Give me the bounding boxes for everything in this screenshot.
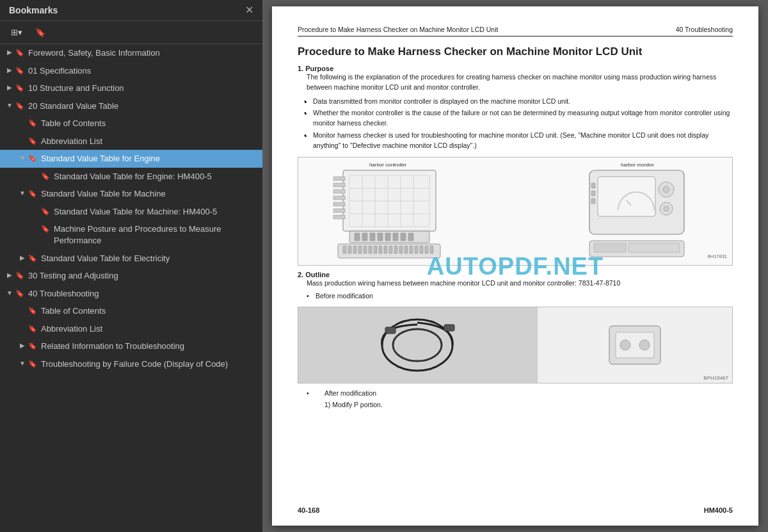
close-icon[interactable]: ✕ [245,5,253,15]
sidebar-item-40-trouble[interactable]: ▼🔖40 Troubleshooting [0,285,262,303]
sidebar-item-20-engine-hm[interactable]: 🔖Standard Value Table for Engine: HM400-… [0,168,262,186]
page-header-right: 40 Troubleshooting [676,26,733,33]
bullet-item: Monitor harness checker is used for trou… [313,131,733,151]
sidebar: Bookmarks ✕ ⊞▾ 🔖 ▶🔖Foreword, Safety, Bas… [0,0,262,532]
svg-rect-24 [393,233,398,241]
toggle-icon[interactable]: ▶ [18,254,27,262]
svg-rect-49 [379,246,382,254]
svg-rect-21 [370,233,375,241]
sidebar-item-label: Machine Posture and Procedures to Measur… [54,223,257,246]
svg-text:8H17831: 8H17831 [708,254,727,259]
bookmark-icon: 🔖 [41,224,50,234]
sidebar-item-40-failure[interactable]: ▼🔖Troubleshooting by Failure Code (Displ… [0,355,262,373]
bookmark-icon: 🔖 [28,359,37,369]
sidebar-item-20-abbr[interactable]: 🔖Abbreviation List [0,133,262,150]
sidebar-item-label: Abbreviation List [41,136,257,147]
bookmark-icon: 🔖 [28,341,37,351]
sidebar-item-label: Standard Value Table for Machine [41,188,257,200]
grid-view-button[interactable]: ⊞▾ [6,25,27,40]
bookmark-icon: 🔖 [41,172,50,181]
toggle-icon[interactable]: ▶ [5,271,14,280]
toggle-icon[interactable]: ▼ [18,359,27,368]
section-1: 1. Purpose The following is the explanat… [298,65,733,150]
sidebar-item-label: 01 Specifications [28,65,257,77]
toggle-icon[interactable]: ▶ [5,66,14,75]
bookmark-search-button[interactable]: 🔖 [31,25,50,40]
svg-rect-8 [333,215,345,219]
svg-rect-29 [598,177,655,216]
sidebar-item-40-abbr[interactable]: 🔖Abbreviation List [0,320,262,338]
svg-rect-50 [384,246,387,254]
toggle-icon[interactable]: ▶ [5,48,14,57]
toggle-icon[interactable]: ▼ [5,289,14,298]
sidebar-item-label: 40 Troubleshooting [28,288,257,300]
toggle-icon[interactable]: ▼ [18,189,27,198]
bookmark-icon: 🔖 [28,118,37,128]
bookmark-icon: 🔖 [15,48,24,58]
sidebar-item-label: 20 Standard Value Table [28,101,257,112]
svg-rect-57 [420,246,423,254]
bookmark-icon: 🔖 [28,306,37,316]
sidebar-item-20-toc[interactable]: 🔖Table of Contents [0,115,262,133]
svg-rect-1 [343,170,436,231]
toggle-icon[interactable]: ▶ [18,341,27,350]
sidebar-item-20-standard[interactable]: ▼🔖20 Standard Value Table [0,97,262,115]
bookmark-tree: ▶🔖Foreword, Safety, Basic Information▶🔖0… [0,44,262,532]
toggle-icon[interactable]: ▼ [18,154,27,163]
page-header-left: Procedure to Make Harness Checker on Mac… [298,26,498,33]
bullet-item: Data transmitted from monitor controller… [313,97,733,107]
svg-rect-25 [401,233,406,241]
sidebar-item-label: 10 Structure and Function [28,83,257,94]
svg-rect-39 [594,243,626,252]
section-1-para: The following is the explanation of the … [307,72,733,93]
sidebar-item-10-structure[interactable]: ▶🔖10 Structure and Function [0,79,262,97]
svg-text:harbor monitor: harbor monitor [621,162,654,168]
svg-rect-19 [355,233,360,241]
section-2-num: 2. [298,271,303,278]
sidebar-item-20-elec[interactable]: ▶🔖Standard Value Table for Electricity [0,250,262,268]
photo-box: BPH15467 [298,307,733,383]
sidebar-item-30-testing[interactable]: ▶🔖30 Testing and Adjusting [0,267,262,285]
after-mod-sub: 1) Modify P portion. [324,401,733,408]
svg-rect-45 [358,246,362,254]
toggle-icon[interactable]: ▶ [5,83,14,92]
sidebar-item-20-engine[interactable]: ▼🔖Standard Value Table for Engine [0,150,262,168]
bookmark-icon: 🔖 [15,289,24,298]
svg-rect-64 [444,325,454,331]
svg-rect-55 [410,246,413,254]
bookmark-icon: 🔖 [15,271,24,280]
bookmark-icon: 🔖 [15,101,24,111]
bookmark-icon: 🔖 [15,83,24,93]
page-number-right: HM400-5 [704,506,733,514]
photo-number: BPH15467 [703,375,728,381]
svg-rect-51 [389,246,392,254]
sidebar-item-40-related[interactable]: ▶🔖Related Information to Troubleshooting [0,337,262,355]
sidebar-item-20-posture[interactable]: 🔖Machine Posture and Procedures to Measu… [0,220,262,249]
sidebar-toolbar: ⊞▾ 🔖 [0,21,262,44]
sidebar-item-40-toc[interactable]: 🔖Table of Contents [0,302,262,320]
page-number-left: 40-168 [298,506,319,514]
sidebar-item-label: Standard Value Table for Machine: HM400-… [54,206,257,218]
section-2: 2. Outline Mass production wiring harnes… [298,271,733,302]
svg-point-62 [393,329,442,361]
bullet-item: Whether the monitor controller is the ca… [313,108,733,129]
sidebar-item-20-machine-hm[interactable]: 🔖Standard Value Table for Machine: HM400… [0,203,262,221]
svg-rect-4 [333,189,345,193]
sidebar-item-foreword[interactable]: ▶🔖Foreword, Safety, Basic Information [0,44,262,62]
sidebar-item-label: Foreword, Safety, Basic Information [28,47,257,59]
bookmark-icon: 🔖 [15,66,24,76]
svg-rect-58 [425,246,428,254]
sidebar-item-20-machine[interactable]: ▼🔖Standard Value Table for Machine [0,185,262,203]
svg-point-68 [639,340,650,350]
sidebar-item-01-specs[interactable]: ▶🔖01 Specifications [0,62,262,80]
bookmark-icon: 🔖 [28,324,37,334]
toggle-icon[interactable]: ▼ [5,101,14,110]
sidebar-item-label: Table of Contents [41,118,257,129]
connector-svg [596,313,673,377]
bookmark-search-icon: 🔖 [35,28,45,37]
svg-rect-56 [415,246,418,254]
sidebar-item-label: Table of Contents [41,305,257,317]
sidebar-item-label: Standard Value Table for Engine [41,153,257,165]
svg-point-34 [664,206,669,211]
diagram-svg: harbor controller [298,157,733,260]
